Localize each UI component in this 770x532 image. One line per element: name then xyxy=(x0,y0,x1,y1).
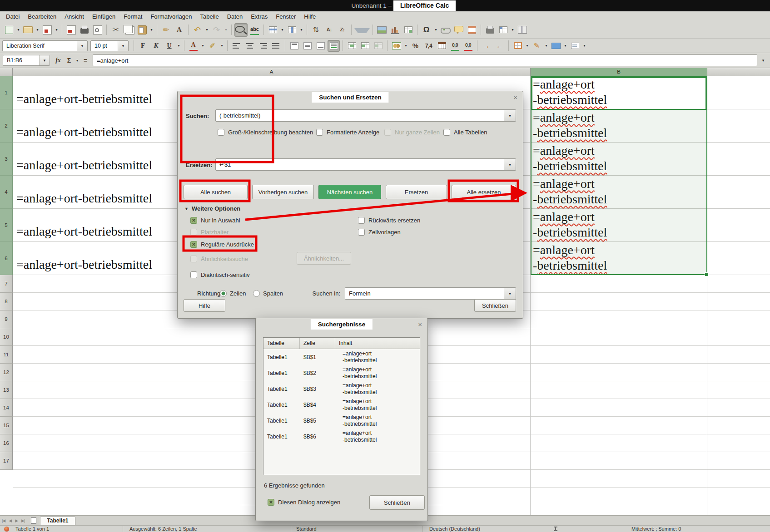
sort-descending-button[interactable]: Z↑ xyxy=(336,23,348,37)
highlighting-color-button[interactable]: ✐ xyxy=(206,40,219,52)
replace-button[interactable]: Ersetzen xyxy=(386,185,447,199)
result-row-4[interactable]: Tabelle1$B$4=anlage+ort-betriebsmittel xyxy=(263,397,420,413)
decrease-indent-button[interactable]: ← xyxy=(493,40,506,52)
next-sheet-icon[interactable] xyxy=(13,516,20,525)
name-box[interactable]: B1:B6 xyxy=(3,55,50,66)
conditional-formatting-dropdown-icon[interactable]: ▾ xyxy=(581,44,587,48)
row-header-11[interactable]: 11 xyxy=(0,346,13,364)
currency-format-button[interactable] xyxy=(390,40,402,52)
help-button[interactable]: Hilfe xyxy=(184,299,225,312)
insert-pivot-table-button[interactable] xyxy=(402,23,414,37)
conditional-formatting-button[interactable] xyxy=(569,40,581,52)
formula-button[interactable]: = xyxy=(80,57,91,64)
insert-hyperlink-button[interactable] xyxy=(439,23,452,37)
cell-styles-checkbox[interactable]: Zellvorlagen xyxy=(358,228,401,236)
menu-formatvorlagen[interactable]: Formatvorlagen xyxy=(146,13,196,20)
close-button[interactable]: Schließen xyxy=(474,299,516,312)
row-header-10[interactable]: 10 xyxy=(0,328,13,346)
selection-only-checkbox[interactable]: Nur in Auswahl xyxy=(190,217,240,224)
font-color-dropdown-icon[interactable]: ▾ xyxy=(200,44,206,48)
match-case-checkbox[interactable]: Groß-/Kleinschreibung beachten xyxy=(218,128,313,136)
result-row-3[interactable]: Tabelle1$B$3=anlage+ort-betriebsmittel xyxy=(263,381,420,397)
result-row-2[interactable]: Tabelle1$B$2=anlage+ort-betriebsmittel xyxy=(263,365,420,381)
align-left-button[interactable] xyxy=(230,40,243,52)
currency-format-dropdown-icon[interactable]: ▾ xyxy=(403,44,409,48)
special-character-button[interactable]: Ω xyxy=(420,23,432,37)
row-header-15[interactable]: 15 xyxy=(0,417,13,434)
column-header-sheet[interactable]: Tabelle xyxy=(263,338,300,349)
paste-button[interactable] xyxy=(136,23,148,37)
split-window-button[interactable] xyxy=(516,23,528,37)
background-color-button[interactable] xyxy=(550,40,562,52)
expand-formula-bar-icon[interactable] xyxy=(759,58,767,63)
row-header-9[interactable]: 9 xyxy=(0,310,13,328)
replace-all-button[interactable]: Alle ersetzen xyxy=(452,185,516,199)
results-table[interactable]: Tabelle Zelle Inhalt Tabelle1$B$1=anlage… xyxy=(263,337,420,475)
row-header-17[interactable]: 17 xyxy=(0,452,13,470)
align-top-button[interactable] xyxy=(288,40,300,52)
formatted-display-checkbox[interactable]: Formatierte Anzeige xyxy=(316,128,379,136)
find-previous-button[interactable]: Vorherigen suchen xyxy=(252,185,314,199)
cell-b1[interactable]: =anlage+ort-betriebsmittel xyxy=(531,76,707,109)
search-in-combobox[interactable]: Formeln xyxy=(345,287,516,300)
open-dropdown-icon[interactable]: ▾ xyxy=(35,28,40,32)
border-style-dropdown-icon[interactable]: ▾ xyxy=(543,44,549,48)
save-dropdown-icon[interactable]: ▾ xyxy=(54,28,60,32)
font-name-combobox[interactable]: Liberation Serif xyxy=(2,40,88,51)
diacritic-sensitive-checkbox[interactable]: Diakritisch-sensitiv xyxy=(190,271,250,278)
rows-radio[interactable]: Zeilen xyxy=(220,290,246,297)
new-document-button[interactable] xyxy=(3,23,15,37)
name-box-dropdown-icon[interactable] xyxy=(39,55,50,65)
borders-dropdown-icon[interactable]: ▾ xyxy=(524,44,530,48)
row-header-16[interactable]: 16 xyxy=(0,434,13,452)
sum-button[interactable]: Σ xyxy=(64,57,75,64)
replace-backwards-checkbox[interactable]: Rückwärts ersetzen xyxy=(358,217,420,224)
row-header-8[interactable]: 8 xyxy=(0,293,13,310)
menu-daten[interactable]: Daten xyxy=(223,13,247,20)
unmerge-cells-button[interactable] xyxy=(372,40,384,52)
selection-stats[interactable]: Mittelwert: ; Summe: 0 xyxy=(631,526,681,532)
language[interactable]: Deutsch (Deutschland) xyxy=(429,526,480,532)
underline-dropdown-icon[interactable]: ▾ xyxy=(176,44,182,48)
font-name-dropdown-icon[interactable] xyxy=(77,41,87,51)
justified-button[interactable] xyxy=(270,40,282,52)
redo-button[interactable]: ↷ xyxy=(210,23,223,37)
function-wizard-button[interactable]: fx xyxy=(53,57,64,64)
replace-dropdown-icon[interactable] xyxy=(504,159,516,170)
print-button[interactable] xyxy=(78,23,90,37)
clear-formatting-button[interactable]: A xyxy=(173,23,185,37)
row-header-12[interactable]: 12 xyxy=(0,364,13,381)
align-right-button[interactable] xyxy=(257,40,269,52)
font-size-combobox[interactable]: 10 pt xyxy=(90,40,129,51)
border-style-button[interactable]: ✎ xyxy=(531,40,543,52)
cell-b4[interactable]: =anlage+ort-betriebsmittel xyxy=(531,176,707,209)
autofilter-button[interactable] xyxy=(354,23,370,37)
row-header-7[interactable]: 7 xyxy=(0,275,13,293)
merge-and-center-button[interactable] xyxy=(346,40,358,52)
menu-bearbeiten[interactable]: Bearbeiten xyxy=(24,13,60,20)
align-bottom-button[interactable] xyxy=(314,40,327,52)
row-header-4[interactable]: 4 xyxy=(0,176,13,209)
columns-dropdown-icon[interactable]: ▾ xyxy=(298,28,304,32)
export-pdf-button[interactable] xyxy=(65,23,77,37)
cell-b2[interactable]: =anlage+ort-betriebsmittel xyxy=(531,109,707,143)
save-button[interactable] xyxy=(41,23,53,37)
find-next-button[interactable]: Nächsten suchen xyxy=(318,185,381,199)
result-row-1[interactable]: Tabelle1$B$1=anlage+ort-betriebsmittel xyxy=(263,349,420,365)
search-dropdown-icon[interactable] xyxy=(504,110,516,121)
italic-button[interactable]: K xyxy=(150,40,162,52)
cell-b5[interactable]: =anlage+ort-betriebsmittel xyxy=(531,209,707,242)
row-header-5[interactable]: 5 xyxy=(0,209,13,242)
spelling-button[interactable]: abc xyxy=(248,23,261,37)
menu-ansicht[interactable]: Ansicht xyxy=(60,13,88,20)
regular-expressions-checkbox[interactable]: Reguläre Ausdrücke xyxy=(190,241,254,248)
find-and-replace-button[interactable] xyxy=(234,23,248,37)
close-icon[interactable]: × xyxy=(418,321,422,328)
rows-button[interactable] xyxy=(267,23,279,37)
menu-einf-gen[interactable]: Einfügen xyxy=(88,13,119,20)
sheet-tab-tabelle1[interactable]: Tabelle1 xyxy=(40,517,75,525)
font-color-button[interactable]: A xyxy=(187,40,199,52)
open-button[interactable] xyxy=(22,23,34,37)
select-all-corner[interactable] xyxy=(0,68,13,76)
last-sheet-icon[interactable] xyxy=(20,516,26,525)
